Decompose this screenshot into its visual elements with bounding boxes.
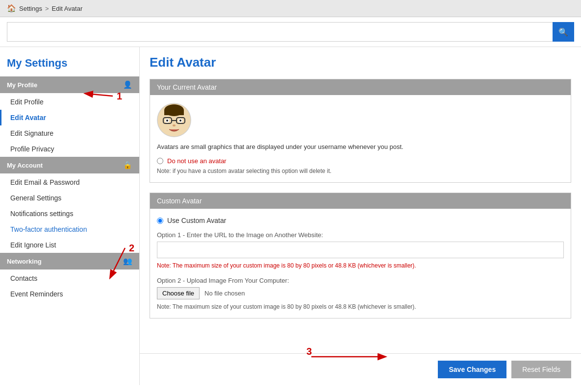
- sidebar-item-edit-email-password[interactable]: Edit Email & Password: [0, 174, 139, 190]
- account-section-icon: 🔒: [123, 161, 132, 170]
- sidebar-item-edit-avatar[interactable]: Edit Avatar: [0, 110, 139, 125]
- home-icon: 🏠: [7, 4, 16, 13]
- sidebar-item-contacts[interactable]: Contacts: [0, 270, 139, 286]
- main-layout: My Settings My Profile 👤 Edit Profile Ed…: [0, 47, 581, 385]
- custom-avatar-body: Use Custom Avatar Option 1 - Enter the U…: [150, 209, 571, 318]
- breadcrumb-current: Edit Avatar: [52, 5, 83, 12]
- current-avatar-body: Avatars are small graphics that are disp…: [150, 95, 571, 182]
- use-custom-label[interactable]: Use Custom Avatar: [167, 217, 226, 224]
- custom-avatar-header: Custom Avatar: [150, 193, 571, 209]
- choose-file-button[interactable]: Choose file: [157, 287, 200, 299]
- sidebar-item-ignore-list[interactable]: Edit Ignore List: [0, 237, 139, 253]
- avatar-image: [157, 103, 191, 137]
- upload-row: Choose file No file chosen: [157, 287, 564, 299]
- reset-fields-button[interactable]: Reset Fields: [511, 361, 571, 378]
- avatar-description: Avatars are small graphics that are disp…: [157, 143, 564, 150]
- sidebar-item-edit-signature[interactable]: Edit Signature: [0, 125, 139, 141]
- profile-section-icon: 👤: [123, 80, 132, 89]
- search-icon: 🔍: [558, 27, 568, 37]
- use-custom-radio[interactable]: [157, 218, 163, 224]
- bottom-bar: Save Changes Reset Fields: [140, 353, 581, 385]
- sidebar-section-networking: Networking 👥: [0, 253, 139, 270]
- sidebar-section-profile-label: My Profile: [7, 81, 37, 89]
- no-avatar-option: Do not use an avatar: [157, 157, 564, 165]
- breadcrumb-separator: >: [45, 5, 49, 12]
- svg-rect-2: [164, 110, 184, 115]
- networking-section-icon: 👥: [123, 257, 132, 266]
- option2-label: Option 2 - Upload Image From Your Comput…: [157, 277, 564, 284]
- content-area: Edit Avatar Your Current Avatar: [140, 47, 581, 353]
- sidebar-title: My Settings: [0, 52, 139, 76]
- no-avatar-label[interactable]: Do not use an avatar: [167, 157, 227, 165]
- search-input[interactable]: [7, 22, 553, 42]
- current-avatar-panel: Your Current Avatar: [150, 79, 571, 183]
- size-note-1: Note: The maximum size of your custom im…: [157, 262, 564, 269]
- save-changes-button[interactable]: Save Changes: [438, 361, 506, 378]
- avatar-svg: [157, 103, 191, 137]
- sidebar-item-profile-privacy[interactable]: Profile Privacy: [0, 141, 139, 157]
- sidebar-section-networking-label: Networking: [7, 258, 42, 265]
- svg-point-9: [179, 120, 181, 122]
- custom-avatar-panel: Custom Avatar Use Custom Avatar Option 1…: [150, 193, 571, 318]
- page-title: Edit Avatar: [150, 55, 571, 70]
- url-input[interactable]: [157, 242, 564, 258]
- size-note-2: Note: The maximum size of your custom im…: [157, 303, 564, 310]
- sidebar-section-my-profile: My Profile 👤: [0, 76, 139, 93]
- sidebar-item-notifications[interactable]: Notifications settings: [0, 206, 139, 221]
- svg-point-10: [173, 124, 176, 126]
- sidebar-section-account-label: My Account: [7, 162, 43, 169]
- no-file-text: No file chosen: [204, 290, 245, 297]
- option1-label: Option 1 - Enter the URL to the Image on…: [157, 231, 564, 239]
- two-factor-link[interactable]: Two-factor authentication: [10, 225, 87, 233]
- search-bar: 🔍: [0, 17, 581, 47]
- use-custom-row: Use Custom Avatar: [157, 217, 564, 224]
- no-avatar-radio[interactable]: [157, 158, 163, 164]
- top-bar: 🏠 Settings > Edit Avatar: [0, 0, 581, 17]
- sidebar-section-my-account: My Account 🔒: [0, 157, 139, 173]
- breadcrumb-parent[interactable]: Settings: [19, 5, 42, 12]
- sidebar-item-edit-profile[interactable]: Edit Profile: [0, 94, 139, 110]
- sidebar-item-general-settings[interactable]: General Settings: [0, 190, 139, 206]
- sidebar-item-event-reminders[interactable]: Event Reminders: [0, 286, 139, 302]
- sidebar: My Settings My Profile 👤 Edit Profile Ed…: [0, 47, 140, 385]
- delete-note: Note: if you have a custom avatar select…: [157, 168, 564, 174]
- sidebar-item-two-factor[interactable]: Two-factor authentication: [0, 221, 139, 237]
- current-avatar-header: Your Current Avatar: [150, 79, 571, 95]
- search-button[interactable]: 🔍: [553, 22, 574, 42]
- page-wrapper: 🏠 Settings > Edit Avatar 🔍 My Settings M…: [0, 0, 581, 392]
- svg-point-8: [166, 120, 168, 122]
